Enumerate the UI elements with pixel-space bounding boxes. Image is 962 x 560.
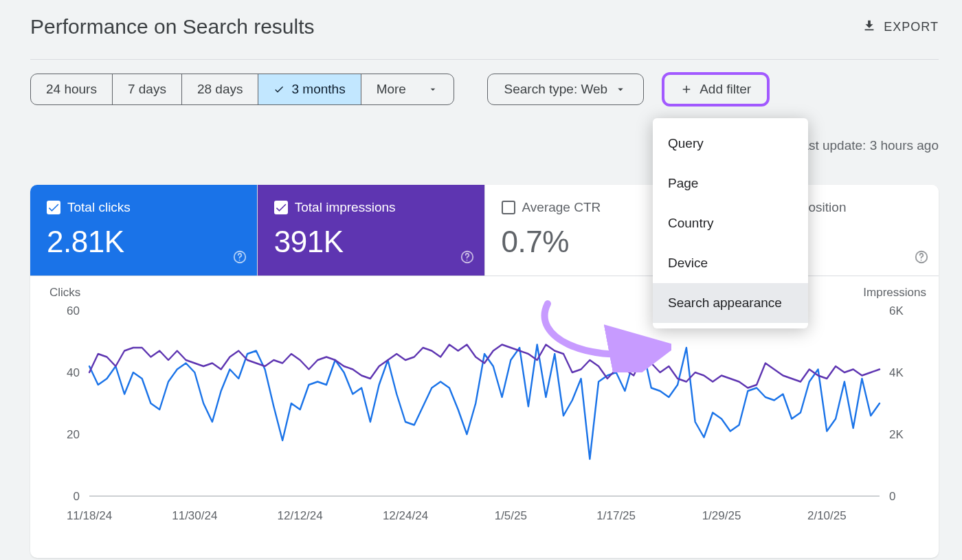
svg-point-2	[238, 260, 240, 261]
svg-text:0: 0	[74, 490, 80, 503]
svg-text:0: 0	[889, 490, 895, 503]
performance-chart[interactable]: 020406002K4K6K11/18/2411/30/2412/12/2412…	[55, 304, 914, 530]
metric-value: 391K	[274, 225, 468, 259]
search-type-label: Search type: Web	[504, 82, 608, 97]
svg-text:11/18/24: 11/18/24	[67, 509, 112, 522]
page-title: Performance on Search results	[30, 15, 315, 38]
svg-text:4K: 4K	[889, 366, 904, 379]
checkbox-checked-icon	[47, 201, 60, 214]
search-type-dropdown[interactable]: Search type: Web	[487, 74, 645, 105]
help-icon[interactable]	[914, 249, 929, 267]
svg-text:1/29/25: 1/29/25	[702, 509, 741, 522]
metric-label: Average CTR	[522, 200, 601, 215]
filter-option[interactable]: Country	[653, 203, 808, 243]
svg-text:60: 60	[67, 304, 80, 317]
date-range-segmented: 24 hours7 days28 days3 monthsMore	[30, 74, 454, 105]
svg-rect-3	[275, 202, 287, 214]
add-filter-button[interactable]: Add filter	[663, 74, 768, 105]
date-range-option[interactable]: 28 days	[182, 74, 259, 104]
svg-text:1/17/25: 1/17/25	[596, 509, 636, 522]
plus-icon	[680, 83, 693, 96]
caret-down-icon	[427, 84, 438, 95]
filter-option[interactable]: Query	[653, 124, 808, 164]
metric-tile-total_impressions[interactable]: Total impressions391K	[258, 185, 485, 276]
export-button[interactable]: EXPORT	[862, 18, 939, 36]
help-icon[interactable]	[232, 249, 247, 267]
left-axis-title: Clicks	[49, 286, 80, 300]
help-icon[interactable]	[460, 249, 475, 267]
svg-text:6K: 6K	[889, 304, 904, 317]
filter-option[interactable]: Search appearance	[653, 283, 808, 323]
svg-point-9	[921, 260, 922, 261]
right-axis-title: Impressions	[863, 286, 926, 300]
add-filter-label: Add filter	[700, 82, 751, 97]
filter-option[interactable]: Device	[653, 243, 808, 283]
metric-value: 2.81K	[47, 225, 240, 259]
svg-text:12/24/24: 12/24/24	[383, 509, 428, 522]
date-range-option[interactable]: More	[361, 74, 454, 104]
checkbox-checked-icon	[274, 201, 288, 214]
svg-text:2K: 2K	[889, 428, 904, 441]
svg-rect-0	[48, 202, 60, 214]
metric-label: Total impressions	[295, 200, 396, 215]
svg-text:2/10/25: 2/10/25	[807, 509, 847, 522]
svg-text:20: 20	[67, 428, 80, 441]
svg-text:40: 40	[67, 366, 80, 379]
metric-tile-total_clicks[interactable]: Total clicks2.81K	[30, 185, 258, 276]
caret-down-icon	[614, 83, 627, 96]
date-range-option[interactable]: 7 days	[113, 74, 182, 104]
metric-label: Total clicks	[67, 200, 131, 215]
date-range-option[interactable]: 3 months	[258, 74, 361, 104]
svg-text:12/12/24: 12/12/24	[278, 509, 323, 522]
date-range-option[interactable]: 24 hours	[31, 74, 113, 104]
filter-option[interactable]: Page	[653, 164, 808, 203]
export-label: EXPORT	[884, 20, 939, 34]
svg-text:11/30/24: 11/30/24	[172, 509, 217, 522]
download-icon	[862, 18, 877, 36]
add-filter-popover: QueryPageCountryDeviceSearch appearance	[653, 118, 808, 328]
header: Performance on Search results EXPORT	[30, 15, 939, 38]
checkbox-unchecked-icon	[502, 201, 515, 214]
check-icon	[273, 84, 284, 95]
last-update-text: Last update: 3 hours ago	[794, 138, 939, 153]
svg-text:1/5/25: 1/5/25	[495, 509, 527, 522]
svg-point-5	[466, 260, 467, 261]
